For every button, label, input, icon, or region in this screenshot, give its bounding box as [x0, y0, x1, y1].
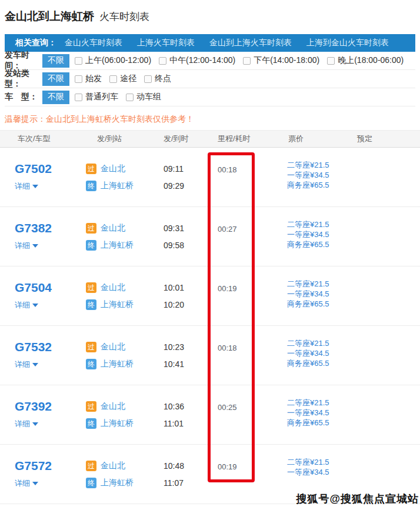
from-station-link[interactable]: 金山北 [101, 164, 125, 174]
to-station-link[interactable]: 上海虹桥 [101, 418, 134, 429]
table-row: G7532 详细 过金山北 终上海虹桥 10:23 10:41 00:18 二等… [0, 326, 420, 385]
detail-toggle[interactable]: 详细 [15, 478, 86, 489]
price-business-class: 商务座¥65.5 [287, 418, 357, 428]
filter-station-type-label: 发站类型： [5, 68, 42, 89]
checkbox-via[interactable] [109, 75, 117, 83]
chevron-down-icon [32, 482, 38, 485]
chevron-down-icon [32, 185, 38, 188]
terminus-badge: 终 [86, 299, 96, 310]
checkbox-noon[interactable] [159, 57, 166, 65]
pass-badge: 过 [86, 223, 96, 234]
table-row: G7502 详细 过金山北 终上海虹桥 09:11 09:29 00:18 二等… [0, 148, 420, 207]
terminus-badge: 终 [86, 478, 96, 488]
filter-option-via[interactable]: 途径 [109, 74, 136, 84]
to-station-link[interactable]: 上海虹桥 [101, 299, 134, 310]
header-booking: 预定 [357, 134, 420, 144]
header-stations: 发/到站 [86, 134, 164, 144]
price-first-class: 一等座¥34.5 [287, 170, 357, 180]
from-station-link[interactable]: 金山北 [101, 461, 125, 471]
detail-toggle[interactable]: 详细 [15, 359, 86, 370]
header-times: 发/到时 [164, 134, 216, 144]
chevron-down-icon [32, 422, 38, 426]
filter-station-type-unlimited-button[interactable]: 不限 [42, 72, 69, 86]
duration: 00:25 [216, 385, 287, 444]
to-station-link[interactable]: 上海虹桥 [101, 478, 134, 488]
to-station-link[interactable]: 上海虹桥 [101, 359, 134, 369]
price-business-class: 商务座¥65.5 [287, 358, 357, 368]
checkbox-origin[interactable] [75, 75, 82, 83]
checkbox-evening[interactable] [327, 57, 335, 65]
filter-option-emu[interactable]: 动车组 [126, 92, 161, 102]
related-link-shanghai-to-jinshan[interactable]: 上海到金山火车时刻表 [306, 38, 389, 48]
header-mileage-duration: 里程/耗时 [216, 134, 287, 144]
notice-text: 温馨提示：金山北到上海虹桥火车时刻表仅供参考！ [0, 106, 420, 130]
related-link-jinshan[interactable]: 金山火车时刻表 [65, 38, 122, 48]
terminus-badge: 终 [86, 240, 96, 251]
duration: 00:18 [216, 326, 287, 385]
duration: 00:19 [216, 445, 287, 504]
related-link-jinshan-to-shanghai[interactable]: 金山到上海火车时刻表 [209, 38, 292, 48]
arrival-time: 11:07 [164, 478, 216, 488]
related-link-shanghai[interactable]: 上海火车时刻表 [137, 38, 195, 48]
chevron-down-icon [32, 304, 38, 307]
price-business-class: 商务座¥65.5 [287, 180, 357, 190]
terminus-badge: 终 [86, 181, 96, 191]
train-number-link[interactable]: G7382 [15, 221, 52, 235]
to-station-link[interactable]: 上海虹桥 [101, 181, 134, 191]
detail-toggle[interactable]: 详细 [15, 419, 86, 429]
price-business-class: 商务座¥65.5 [287, 239, 357, 249]
checkbox-ordinary-train[interactable] [75, 94, 82, 101]
price-first-class: 一等座¥34.5 [287, 467, 357, 477]
filter-option-afternoon[interactable]: 下午(14:00-18:00) [243, 55, 319, 66]
filter-option-terminus[interactable]: 终点 [144, 74, 171, 84]
train-number-link[interactable]: G7532 [15, 340, 52, 354]
departure-time: 10:48 [164, 461, 216, 471]
header-price: 票价 [287, 134, 357, 144]
price-first-class: 一等座¥34.5 [287, 229, 357, 239]
filter-station-type: 发站类型： 不限 始发 途径 终点 [5, 70, 415, 88]
terminus-badge: 终 [86, 359, 96, 369]
price-first-class: 一等座¥34.5 [287, 408, 357, 418]
arrival-time: 11:01 [164, 418, 216, 429]
header-train: 车次/车型 [0, 134, 86, 144]
from-station-link[interactable]: 金山北 [101, 282, 125, 293]
checkbox-emu[interactable] [126, 94, 134, 101]
filter-train-type-label: 车 型： [5, 92, 42, 102]
filter-depart-time: 发车时间： 不限 上午(06:00-12:00) 中午(12:00-14:00)… [5, 52, 415, 70]
filter-option-evening[interactable]: 晚上(18:00-06:00) [327, 55, 404, 66]
checkbox-terminus[interactable] [144, 75, 152, 83]
from-station-link[interactable]: 金山北 [101, 342, 125, 352]
checkbox-morning[interactable] [75, 57, 82, 65]
train-timetable-page: 金山北到上海虹桥火车时刻表 相关查询： 金山火车时刻表 上海火车时刻表 金山到上… [0, 0, 420, 510]
checkbox-afternoon[interactable] [243, 57, 251, 65]
duration: 00:18 [216, 148, 287, 206]
detail-toggle[interactable]: 详细 [15, 181, 86, 192]
table-row: G7504 详细 过金山北 终上海虹桥 10:01 10:20 00:19 二等… [0, 266, 420, 326]
filter-train-type-unlimited-button[interactable]: 不限 [42, 91, 69, 104]
filter-depart-time-unlimited-button[interactable]: 不限 [42, 54, 69, 68]
price-second-class: 二等座¥21.5 [287, 398, 357, 408]
departure-time: 10:23 [164, 342, 216, 352]
from-station-link[interactable]: 金山北 [101, 223, 125, 234]
arrival-time: 09:29 [164, 181, 216, 191]
watermark-text: 搜狐号@搜狐焦点宣城站 [296, 492, 419, 506]
price-second-class: 二等座¥21.5 [287, 160, 357, 170]
train-number-link[interactable]: G7572 [15, 459, 52, 473]
train-number-link[interactable]: G7504 [15, 281, 52, 295]
page-title-route: 金山北到上海虹桥 [5, 10, 94, 22]
train-number-link[interactable]: G7502 [15, 162, 52, 176]
page-title-suffix: 火车时刻表 [99, 11, 149, 22]
arrival-time: 10:20 [164, 299, 216, 310]
filter-option-noon[interactable]: 中午(12:00-14:00) [159, 55, 235, 66]
filter-option-ordinary-train[interactable]: 普通列车 [75, 92, 118, 102]
filter-option-morning[interactable]: 上午(06:00-12:00) [75, 55, 151, 66]
train-number-link[interactable]: G7392 [15, 399, 52, 414]
pass-badge: 过 [86, 401, 96, 412]
filter-option-origin[interactable]: 始发 [75, 74, 102, 84]
detail-toggle[interactable]: 详细 [15, 241, 86, 251]
to-station-link[interactable]: 上海虹桥 [101, 240, 134, 251]
table-header: 车次/车型 发/到站 发/到时 里程/耗时 票价 预定 [0, 130, 420, 148]
from-station-link[interactable]: 金山北 [101, 401, 125, 412]
duration: 00:19 [216, 266, 287, 325]
detail-toggle[interactable]: 详细 [15, 300, 86, 311]
